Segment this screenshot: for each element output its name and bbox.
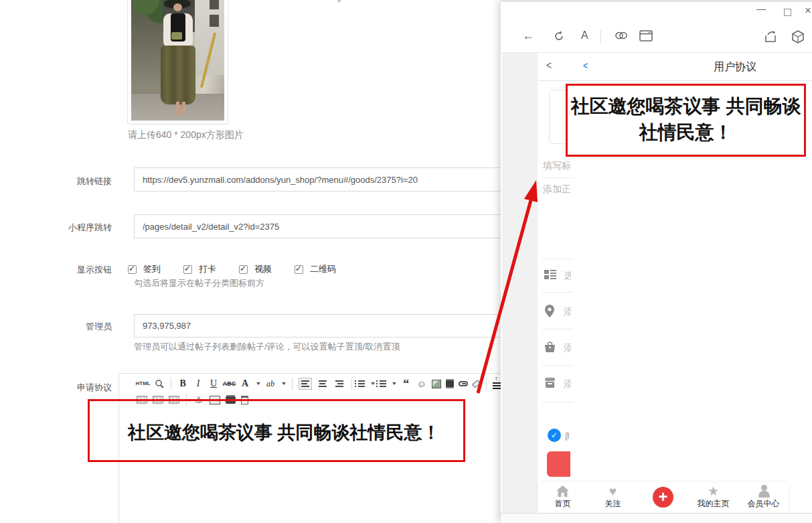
- tab-home[interactable]: 首页: [538, 485, 588, 510]
- font-color-caret[interactable]: [256, 382, 260, 385]
- remove-format-icon[interactable]: [472, 380, 481, 388]
- checkbox-qrcode-label: 二维码: [310, 263, 336, 275]
- admin-input[interactable]: 973,975,987: [134, 314, 501, 338]
- upload-size-hint: 请上传640 * 200px方形图片: [128, 129, 244, 141]
- mobile-preview-window: — × ← A < < 用户协议 填写标 添加正 选: [501, 0, 812, 523]
- bold-icon[interactable]: B: [177, 378, 188, 390]
- annotation-box-left: [88, 399, 465, 462]
- mini-program-label: 小程序跳转: [38, 222, 112, 234]
- indent-icon[interactable]: [493, 378, 501, 389]
- align-left-icon[interactable]: [299, 378, 312, 390]
- html-source-icon[interactable]: HTML: [137, 378, 149, 390]
- checkbox-sign-in[interactable]: [128, 265, 137, 274]
- admin-hint: 管理员可以通过帖子列表删除帖子/评论，可以设置帖子置顶/取消置顶: [134, 341, 400, 353]
- upload-photo-card[interactable]: [127, 0, 228, 125]
- insert-image-icon[interactable]: [432, 380, 441, 388]
- underline-icon[interactable]: U: [208, 378, 219, 390]
- highlight-color-icon[interactable]: ab: [265, 378, 276, 390]
- checkbox-qrcode[interactable]: [295, 265, 303, 274]
- category-row-text[interactable]: 选: [564, 270, 571, 282]
- person-icon: [757, 485, 770, 498]
- editor-toolbar-row1: HTML B I U ABC A ab “ ☺: [119, 374, 501, 392]
- bullet-list-caret[interactable]: [392, 382, 396, 385]
- preview-toolbar: ← A: [501, 22, 812, 53]
- category-icon[interactable]: [544, 269, 556, 280]
- agreement-label: 申请协议: [38, 382, 112, 394]
- align-right-icon[interactable]: [333, 378, 345, 389]
- checkbox-sign-in-label: 签到: [143, 263, 161, 275]
- phone-back-chevron[interactable]: <: [546, 59, 552, 72]
- copy-link-icon[interactable]: [615, 30, 628, 41]
- agreement-text-clipped: 阅: [565, 431, 569, 443]
- package-icon[interactable]: [791, 30, 805, 44]
- post-body-placeholder[interactable]: 添加正: [543, 183, 574, 196]
- tab-my-page[interactable]: ★ 我的主页: [688, 485, 738, 510]
- heart-icon: ♥: [609, 485, 617, 498]
- plus-icon[interactable]: +: [653, 487, 673, 508]
- phone-back-chevron-blue[interactable]: <: [583, 60, 588, 71]
- font-size-icon[interactable]: A: [581, 29, 588, 42]
- show-buttons-hint: 勾选后将显示在帖子分类图标前方: [134, 277, 264, 289]
- location-icon[interactable]: [544, 305, 555, 317]
- store-icon[interactable]: [544, 378, 556, 388]
- preview-icon[interactable]: [154, 378, 165, 390]
- post-title-placeholder[interactable]: 填写标: [543, 160, 574, 172]
- highlight-color-caret[interactable]: [282, 382, 286, 385]
- blockquote-icon[interactable]: “: [401, 378, 412, 390]
- window-bottom-strip: [501, 513, 812, 523]
- show-buttons-label: 显示按钮: [38, 264, 112, 276]
- bullet-list-icon[interactable]: [380, 380, 386, 387]
- italic-icon[interactable]: I: [193, 378, 204, 390]
- annotation-text-line1: 社区邀您喝茶议事 共同畅谈: [568, 93, 804, 119]
- window-minimize-button[interactable]: —: [751, 3, 771, 14]
- insert-link-icon[interactable]: [459, 381, 468, 386]
- agreement-checkbox[interactable]: ✓: [548, 429, 561, 442]
- store-row-text[interactable]: 添: [564, 378, 571, 390]
- mini-program-input[interactable]: /pages/detail_v2/detail_v2?id=2375: [134, 214, 501, 238]
- emoji-icon[interactable]: ☺: [416, 378, 427, 390]
- stray-quote-mark: ”: [337, 0, 341, 9]
- uploaded-banner-image: [131, 0, 224, 121]
- share-icon[interactable]: [764, 30, 777, 43]
- font-color-icon[interactable]: A: [240, 378, 250, 390]
- star-icon: ★: [708, 485, 719, 498]
- jump-link-input[interactable]: https://dev5.yunzmall.com/addons/yun_sho…: [134, 167, 501, 192]
- goods-row-text[interactable]: 添: [564, 342, 571, 354]
- insert-video-icon[interactable]: [446, 379, 454, 388]
- phone-tab-bar: 首页 ♥ 关注 + ★ 我的主页 会员中心: [538, 482, 789, 512]
- window-maximize-button[interactable]: [784, 9, 791, 16]
- refresh-icon[interactable]: [553, 30, 565, 42]
- back-icon[interactable]: ←: [522, 29, 534, 43]
- checkbox-video-label: 视频: [254, 263, 272, 275]
- admin-settings-page: 请上传640 * 200px方形图片 ” 跳转链接 https://dev5.y…: [0, 0, 501, 523]
- annotation-box-right: 社区邀您喝茶议事 共同畅谈 社情民意！: [566, 84, 806, 157]
- goods-icon[interactable]: [544, 342, 556, 352]
- tab-follow[interactable]: ♥ 关注: [588, 485, 638, 510]
- tab-create-post[interactable]: +: [638, 487, 688, 508]
- phone-page-title: 用户协议: [678, 60, 792, 74]
- show-buttons-group: 签到 打卡 视频 二维码: [128, 263, 336, 275]
- checkbox-punch-card-label: 打卡: [199, 263, 216, 275]
- checkbox-video[interactable]: [239, 265, 248, 274]
- location-row-text[interactable]: 添: [564, 306, 571, 318]
- publish-button[interactable]: [547, 451, 570, 477]
- window-close-button[interactable]: ×: [798, 5, 812, 17]
- ordered-list-icon[interactable]: [358, 380, 365, 387]
- admin-label: 管理员: [38, 321, 112, 333]
- phone-nav-bar: < < 用户协议: [538, 53, 812, 81]
- open-in-browser-icon[interactable]: [639, 30, 653, 42]
- jump-link-label: 跳转链接: [38, 175, 112, 188]
- align-center-icon[interactable]: [317, 378, 329, 389]
- annotation-text-line2: 社情民意！: [568, 119, 804, 145]
- strikethrough-icon[interactable]: ABC: [224, 378, 235, 390]
- checkbox-punch-card[interactable]: [183, 265, 192, 274]
- page-left-gutter: [502, 53, 538, 513]
- home-icon: [556, 485, 570, 498]
- tab-member-center[interactable]: 会员中心: [738, 485, 789, 510]
- ordered-list-caret[interactable]: [371, 382, 375, 385]
